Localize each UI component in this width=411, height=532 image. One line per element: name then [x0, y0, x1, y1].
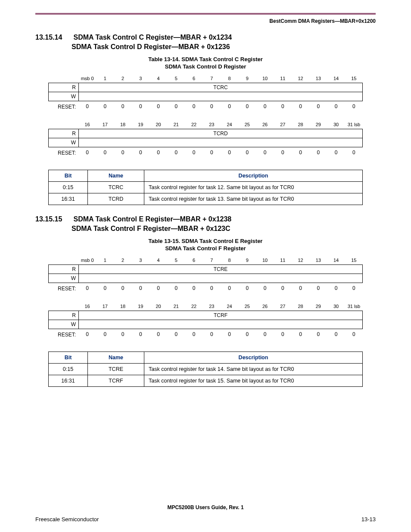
bit-cell: 27	[274, 120, 292, 129]
table-caption-13-15: Table 13-15. SDMA Task Control E Registe…	[35, 238, 376, 252]
bit-cell: 0	[132, 148, 149, 157]
label-W-4: W	[49, 320, 79, 329]
field2-upper: TCRE	[79, 265, 362, 274]
bit-cell: 4	[149, 256, 167, 264]
bit-cell: 0	[185, 148, 203, 157]
footer-center: MPC5200B Users Guide, Rev. 1	[0, 504, 411, 510]
bit-cell: 0	[203, 330, 221, 339]
bit-cell: 1	[96, 74, 114, 83]
bit-write-row-lower: W	[48, 138, 363, 147]
bit-header-blank-4	[48, 302, 78, 311]
bit-cell: 0	[167, 284, 185, 292]
bit-cell: 0	[132, 330, 149, 339]
bit-cell: 5	[167, 74, 185, 83]
bit-cell: 0	[274, 330, 292, 339]
field2-lower-w	[79, 320, 362, 329]
bit-cell: 0	[149, 330, 167, 339]
bit-cell: 0	[114, 284, 132, 292]
bit-header-blank-2	[48, 120, 78, 129]
bit-cell: msb 0	[78, 256, 96, 264]
th-bit: Bit	[49, 170, 88, 182]
bit-cell: 0	[96, 148, 114, 157]
section-heading-13-15-14: 13.15.14 SDMA Task Control C Register—MB…	[35, 34, 376, 41]
bit-cell: 0	[274, 284, 292, 292]
description-table-1: Bit Name Description 0:15TCRCTask contro…	[48, 170, 363, 205]
footer-left: Freescale Semiconductor	[35, 516, 99, 523]
bit-cell: 0	[167, 148, 185, 157]
bit-cell: 26	[256, 302, 274, 311]
cell-name: TCRC	[88, 182, 144, 193]
bit-cell: 0	[149, 284, 167, 292]
field2-lower: TCRF	[79, 311, 362, 320]
caption-line2: SDMA Task Control D Register	[35, 63, 376, 70]
bit-cell: 10	[256, 74, 274, 83]
table-caption-13-14: Table 13-14. SDMA Task Control C Registe…	[35, 56, 376, 70]
th-desc: Description	[144, 170, 363, 182]
bit-cell: 0	[203, 148, 221, 157]
bit-cell: 0	[78, 330, 96, 339]
bit-cell: 0	[274, 148, 292, 157]
bit-cell: 0	[185, 284, 203, 292]
bit-cell: 18	[114, 120, 132, 129]
section-number: 13.15.14	[35, 34, 72, 41]
label-W: W	[49, 92, 79, 101]
field-upper: TCRC	[79, 83, 362, 92]
bit-reset-cells-upper-2: 0000000000000000	[78, 284, 363, 293]
bit-cell: 0	[149, 148, 167, 157]
bit-cell: 31 lsb	[345, 120, 363, 129]
caption2-line2: SDMA Task Control F Register	[35, 245, 376, 252]
desc-tbody-2: 0:15TCRETask control register for task 1…	[49, 364, 363, 387]
table-row: 16:31TCRDTask control register for task …	[49, 193, 363, 205]
running-header: BestComm DMA Registers—MBAR+0x1200	[35, 18, 376, 24]
cell-name: TCRD	[88, 193, 144, 205]
table-header-row: Bit Name Description	[49, 170, 363, 182]
cell-name: TCRE	[88, 364, 144, 375]
th-name-2: Name	[88, 352, 144, 364]
bit-cell: 0	[345, 148, 363, 157]
bit-cell: 29	[309, 302, 327, 311]
bit-write-row-upper-2: W	[48, 274, 363, 283]
bit-cell: 0	[327, 284, 345, 292]
bit-cell: 0	[167, 330, 185, 339]
bit-reset-row-upper: RESET: 0000000000000000	[48, 102, 363, 112]
bit-cell: 0	[132, 102, 149, 111]
section-title-line1: SDMA Task Control C Register—MBAR + 0x12…	[73, 34, 232, 41]
bit-cell: 0	[78, 148, 96, 157]
bit-cell: 0	[132, 284, 149, 292]
bit-cell: 1	[96, 256, 114, 264]
bit-cell: 28	[292, 120, 309, 129]
table-header-row-2: Bit Name Description	[49, 352, 363, 364]
bit-cell: 31 lsb	[345, 302, 363, 311]
bit-cell: 21	[167, 120, 185, 129]
th-name: Name	[88, 170, 144, 182]
bit-spacer-2	[48, 293, 363, 302]
bit-cell: 12	[292, 256, 309, 264]
cell-bit: 0:15	[49, 182, 88, 193]
bit-cell: 0	[238, 148, 256, 157]
bit-cell: 14	[327, 256, 345, 264]
label-R-3: R	[49, 265, 79, 274]
bit-header-cells-lower: 16171819202122232425262728293031 lsb	[78, 120, 363, 129]
bit-reset-row-lower: RESET: 0000000000000000	[48, 148, 363, 158]
caption2-line1: Table 13-15. SDMA Task Control E Registe…	[149, 238, 263, 244]
bit-write-row-lower-2: W	[48, 320, 363, 329]
bit-cell: 4	[149, 74, 167, 83]
label-R-2: R	[49, 129, 79, 138]
bit-cell: 22	[185, 302, 203, 311]
bit-cell: 0	[256, 330, 274, 339]
label-R-4: R	[49, 311, 79, 320]
bit-cell: 0	[221, 330, 238, 339]
bit-cell: 0	[309, 284, 327, 292]
bit-cell: 0	[96, 284, 114, 292]
section-heading-13-15-15: 13.15.15 SDMA Task Control E Register—MB…	[35, 215, 376, 223]
cell-desc: Task control register for task 15. Same …	[144, 375, 363, 387]
bit-cell: 18	[114, 302, 132, 311]
bit-cell: 30	[327, 302, 345, 311]
bit-cell: 15	[345, 256, 363, 264]
bit-cell: 25	[238, 120, 256, 129]
bit-cell: 7	[203, 74, 221, 83]
decorative-rule	[35, 13, 376, 15]
bit-cell: 16	[78, 120, 96, 129]
bit-cell: 0	[96, 102, 114, 111]
bit-cell: 6	[185, 74, 203, 83]
